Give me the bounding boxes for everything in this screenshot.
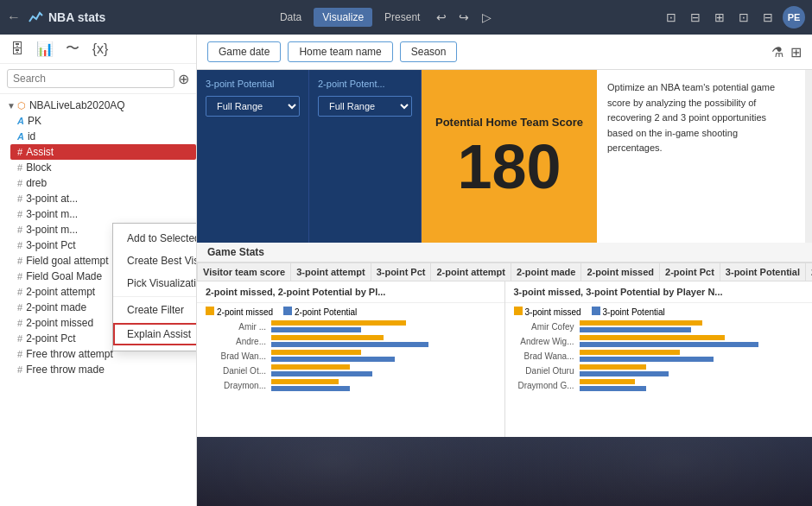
bar-fill-1 (271, 379, 339, 384)
bar-fill-1 (271, 350, 361, 355)
bar-fill-1 (580, 335, 726, 340)
redo-icon[interactable]: ↪ (454, 10, 473, 24)
bar-track (580, 379, 804, 391)
game-stats-table: Visitor team score 3-point attempt 3-poi… (197, 262, 812, 281)
num-type-icon: # (17, 178, 22, 188)
action-icon-2[interactable]: ⊟ (686, 10, 705, 24)
legend-dot-orange (206, 307, 214, 315)
tree-item-dreb[interactable]: # dreb (10, 175, 196, 191)
ctx-explain-assist[interactable]: Explain Assist (113, 323, 197, 345)
viz-cards-row: 3-point Potential Full Range 2-point Pot… (197, 70, 812, 243)
filter-icon[interactable]: ⚗ (771, 44, 783, 60)
num-type-icon: # (17, 287, 22, 297)
chart1-legend: 2-point missed 2-point Potential (197, 303, 504, 320)
tree-item-3pt-attempt[interactable]: # 3-point at... (10, 191, 196, 206)
col-visitor-score: Visitor team score (198, 263, 291, 281)
legend-label-1: 2-point missed (217, 307, 273, 317)
action-icon-4[interactable]: ⊡ (734, 10, 753, 24)
ctx-create-filter[interactable]: Create Filter • (113, 299, 197, 321)
num-type-icon: # (17, 349, 22, 359)
action-icon-3[interactable]: ⊞ (710, 10, 729, 24)
filter-season[interactable]: Season (400, 41, 458, 62)
bar-row: Brad Wana... (514, 350, 804, 362)
tree-item-label: Free throw made (26, 364, 105, 376)
table-header-row: Visitor team score 3-point attempt 3-poi… (198, 263, 813, 281)
tree-item-block[interactable]: # Block (10, 160, 196, 175)
search-row: ⊕ (0, 64, 196, 94)
chart2-legend: 3-point missed 3-point Potential (505, 303, 813, 320)
bar-label: Brad Wana... (514, 351, 574, 361)
legend-dot-blue (283, 307, 292, 315)
ctx-best-viz[interactable]: Create Best Visualization (113, 250, 197, 272)
wave-icon[interactable]: 〜 (62, 40, 83, 58)
bar-row: Andrew Wig... (514, 335, 804, 347)
undo-icon[interactable]: ↩ (432, 10, 451, 24)
tree-item-label: 2-point attempt (26, 286, 95, 298)
desc-text: Optimize an NBA team's potential game sc… (607, 82, 775, 153)
bar-fill-1 (580, 350, 681, 355)
bar-fill-1 (271, 320, 406, 326)
ctx-pick-viz[interactable]: Pick Visualization... (113, 272, 197, 294)
bar-fill-2 (271, 371, 372, 376)
back-button[interactable]: ← (7, 9, 21, 25)
tree-item-3pt-made[interactable]: # 3-point m... (10, 206, 196, 222)
add-item-icon[interactable]: ⊕ (178, 71, 189, 87)
num-type-icon: # (17, 256, 22, 266)
text-type-icon: A (17, 131, 24, 142)
num-type-icon: # (17, 318, 22, 328)
game-stats-section: Game Stats Visitor team score 3-point at… (197, 243, 812, 281)
bar-fill-2 (580, 357, 714, 362)
main-layout: 🗄 📊 〜 {x} ⊕ ▼ ⬡ NBALiveLab2020AQ A PK A (0, 35, 812, 506)
2pt-range-dropdown[interactable]: Full Range (318, 96, 412, 117)
bar-fill-1 (580, 320, 703, 326)
num-type-icon: # (17, 333, 22, 344)
bar-label: Draymond G... (514, 381, 574, 390)
col-3pt-attempt: 3-point attempt (291, 263, 371, 281)
tree-item-ft-made[interactable]: # Free throw made (10, 362, 196, 377)
ctx-add-to-viz[interactable]: Add to Selected Visualization ▶ (113, 227, 197, 250)
description-card: Optimize an NBA team's potential game sc… (597, 70, 805, 243)
3pt-range-dropdown[interactable]: Full Range (206, 96, 300, 117)
tree-item-assist[interactable]: # Assist (10, 144, 196, 160)
filter-game-date[interactable]: Game date (207, 41, 281, 62)
bar-label: Daniel Oturu (514, 366, 574, 376)
ctx-label: Create Best Visualization (127, 255, 197, 267)
action-icon-1[interactable]: ⊡ (662, 10, 681, 24)
action-icon-5[interactable]: ⊟ (758, 10, 777, 24)
ctx-label: Create Filter (127, 304, 184, 316)
grid-icon[interactable]: ⊞ (790, 44, 802, 60)
chart1-body: Amir ...Andre...Brad Wan...Daniel Ot...D… (197, 320, 504, 394)
nav-tabs: Data Visualize Present ↩ ↪ ▷ (271, 8, 497, 27)
legend-label-3: 3-point missed (525, 307, 581, 317)
bar-label: Andre... (206, 337, 266, 346)
tree-item-pk[interactable]: A PK (10, 113, 196, 129)
tab-data[interactable]: Data (271, 8, 310, 27)
col-2pt-potential: 2-point Potential (806, 263, 812, 281)
num-type-icon: # (17, 271, 22, 281)
content-area: Game date Home team name Season ⚗ ⊞ (197, 35, 812, 506)
bar-track (271, 379, 496, 391)
user-avatar[interactable]: PE (783, 6, 805, 28)
tree-root[interactable]: ▼ ⬡ NBALiveLab2020AQ (0, 98, 196, 113)
bar-fill-2 (271, 357, 395, 362)
tree-item-label: dreb (26, 177, 47, 189)
table-title: Game Stats (197, 243, 812, 262)
chart-icon[interactable]: 📊 (35, 41, 55, 57)
ctx-label: Pick Visualization... (127, 277, 197, 289)
num-type-icon: # (17, 209, 22, 219)
db-icon[interactable]: 🗄 (7, 41, 28, 57)
play-icon[interactable]: ▷ (477, 10, 496, 24)
tree-item-id[interactable]: A id (10, 129, 196, 144)
tree-item-label: id (28, 130, 35, 142)
bar-label: Andrew Wig... (514, 337, 574, 346)
filter-home-team[interactable]: Home team name (288, 41, 392, 62)
app-logo: NBA stats (28, 9, 105, 25)
tab-visualize[interactable]: Visualize (314, 8, 372, 27)
bar-label: Daniel Ot... (206, 366, 266, 376)
search-input[interactable] (7, 69, 174, 88)
col-2pt-attempt: 2-point attempt (431, 263, 511, 281)
ctx-label: Add to Selected Visualization (127, 232, 197, 244)
tab-present[interactable]: Present (376, 8, 428, 27)
formula-icon[interactable]: {x} (90, 41, 111, 57)
scroll-hint[interactable] (805, 70, 812, 243)
